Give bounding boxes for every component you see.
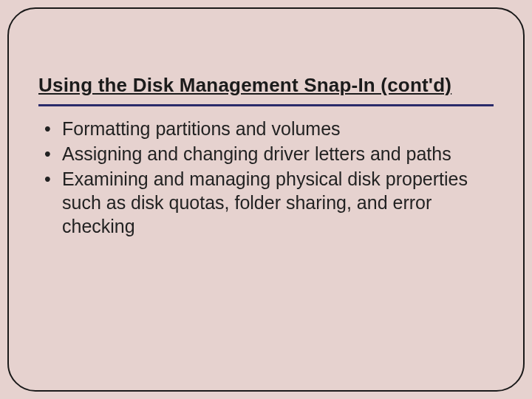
bullet-list: Formatting partitions and volumes Assign… xyxy=(38,117,494,238)
slide-title: Using the Disk Management Snap-In (cont'… xyxy=(38,74,494,106)
list-item: Assigning and changing driver letters an… xyxy=(41,142,494,166)
slide-content: Using the Disk Management Snap-In (cont'… xyxy=(38,74,494,239)
slide-frame: Using the Disk Management Snap-In (cont'… xyxy=(7,7,525,392)
list-item: Examining and managing physical disk pro… xyxy=(41,167,494,238)
list-item: Formatting partitions and volumes xyxy=(41,117,494,140)
